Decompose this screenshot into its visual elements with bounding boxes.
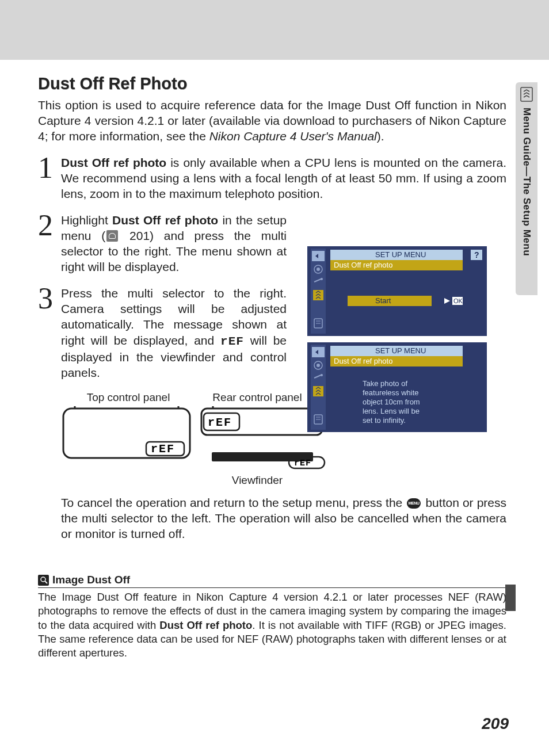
svg-text:rEF: rEF xyxy=(294,459,311,468)
svg-text:SET UP MENU: SET UP MENU xyxy=(375,250,426,259)
screen-message: SET UP MENU Dust Off ref photo Take phot… xyxy=(307,342,487,432)
page-title: Dust Off Ref Photo xyxy=(38,74,506,94)
svg-point-47 xyxy=(317,364,320,367)
seg-display: rEF xyxy=(151,442,175,456)
svg-text:Take photo of: Take photo of xyxy=(363,379,407,388)
svg-text:Dust Off ref photo: Dust Off ref photo xyxy=(334,357,392,365)
side-label: Menu Guide—The Setup Menu xyxy=(521,108,532,256)
svg-point-26 xyxy=(321,278,323,280)
svg-point-25 xyxy=(317,268,320,271)
svg-text:OK: OK xyxy=(453,297,463,304)
svg-text:rEF: rEF xyxy=(208,416,232,429)
intro-text: This option is used to acquire reference… xyxy=(38,97,506,144)
step-number: 3 xyxy=(38,285,58,381)
note-title: Image Dust Off xyxy=(52,574,130,586)
screen-start: SET UP MENU Dust Off ref photo Start OK … xyxy=(307,246,487,336)
step-number: 2 xyxy=(38,212,58,275)
svg-text:SET UP MENU: SET UP MENU xyxy=(375,346,426,355)
setup-icon xyxy=(520,87,533,102)
step-number: 1 xyxy=(38,155,58,202)
menu-button-icon xyxy=(407,498,421,509)
svg-text:?: ? xyxy=(474,250,479,259)
note-block: Image Dust Off The Image Dust Off featur… xyxy=(38,574,506,659)
page-number: 209 xyxy=(482,715,509,733)
svg-line-10 xyxy=(45,581,47,583)
svg-point-48 xyxy=(321,374,323,376)
magnifier-icon xyxy=(38,575,49,586)
cancel-text: To cancel the operation and return to th… xyxy=(61,495,506,542)
page-ref-icon xyxy=(106,230,118,242)
panels-svg: rEF rEF rEF xyxy=(61,406,330,469)
top-panel-label: Top control panel xyxy=(61,391,196,404)
viewfinder-label: Viewfinder xyxy=(200,474,314,487)
thumb-index xyxy=(505,585,516,611)
svg-text:object 10cm from: object 10cm from xyxy=(363,398,420,406)
svg-text:set to infinity.: set to infinity. xyxy=(363,416,406,425)
step-1: 1 Dust Off ref photo is only available w… xyxy=(38,155,506,202)
svg-text:Start: Start xyxy=(375,296,391,305)
svg-point-9 xyxy=(41,577,45,582)
svg-text:featureless white: featureless white xyxy=(363,388,419,397)
svg-text:Dust Off ref photo: Dust Off ref photo xyxy=(334,261,392,269)
header-bar xyxy=(0,0,549,60)
side-tab: Menu Guide—The Setup Menu xyxy=(511,82,549,594)
svg-text:lens. Lens will be: lens. Lens will be xyxy=(363,407,420,415)
rear-panel-label: Rear control panel xyxy=(200,391,314,404)
